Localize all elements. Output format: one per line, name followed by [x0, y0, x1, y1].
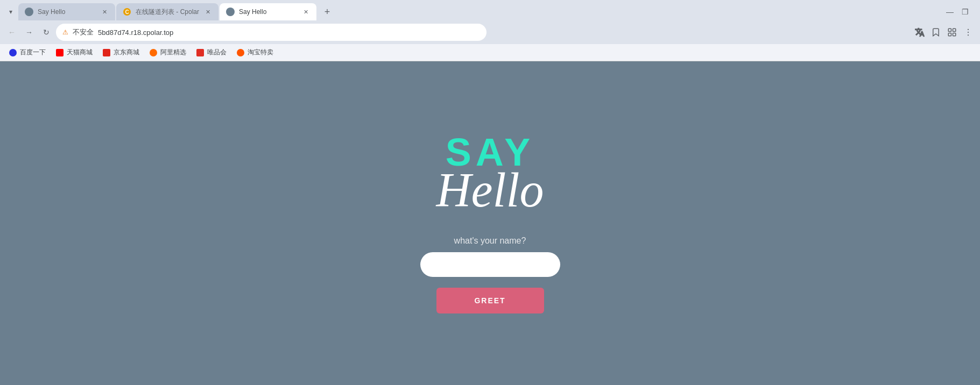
- name-input[interactable]: [420, 252, 560, 277]
- taobao-favicon: [236, 48, 245, 57]
- translate-icon[interactable]: [912, 25, 927, 40]
- toolbar-icons: [912, 25, 976, 40]
- menu-icon[interactable]: [961, 25, 976, 40]
- reload-button[interactable]: ↻: [39, 25, 54, 40]
- bookmark-baidu[interactable]: 百度一下: [4, 46, 50, 59]
- hello-text: Hello: [436, 166, 544, 215]
- new-tab-button[interactable]: +: [320, 4, 335, 19]
- bookmark-tmall-label: 天猫商城: [67, 48, 93, 57]
- bookmark-vip[interactable]: 唯品会: [192, 46, 231, 59]
- tab-1-favicon: [25, 8, 33, 16]
- svg-rect-4: [948, 33, 951, 36]
- jd-favicon: [102, 48, 111, 57]
- url-text: 5bd87d74.r18.cpolar.top: [98, 28, 173, 37]
- security-icon: ⚠: [62, 28, 68, 36]
- tab-3-favicon: [226, 8, 235, 16]
- bookmark-ali[interactable]: 阿里精选: [145, 46, 191, 59]
- forward-button[interactable]: →: [22, 25, 37, 40]
- vip-favicon: [196, 48, 205, 57]
- svg-point-8: [968, 34, 969, 35]
- restore-button[interactable]: ❐: [958, 5, 971, 18]
- bookmark-taobao-label: 淘宝特卖: [248, 48, 273, 57]
- minimize-button[interactable]: —: [943, 5, 956, 18]
- svg-point-7: [968, 32, 969, 33]
- bookmarks-bar: 百度一下 天猫商城 京东商城 阿里精选 唯品会 淘宝特卖: [0, 44, 980, 61]
- page-content: SAY Hello what's your name? GREET: [0, 61, 980, 385]
- say-hello-container: SAY Hello what's your name? GREET: [420, 133, 560, 313]
- tab-dropdown-btn[interactable]: ▾: [4, 5, 17, 18]
- greet-button[interactable]: GREET: [436, 288, 544, 313]
- tab-3-title: Say Hello: [239, 8, 297, 16]
- tab-3[interactable]: Say Hello ✕: [220, 3, 316, 20]
- tab-bar: ▾ Say Hello ✕ C 在线隧道列表 - Cpolar ✕ Say He…: [0, 0, 980, 20]
- tab-2-close[interactable]: ✕: [203, 8, 212, 16]
- svg-rect-2: [948, 28, 951, 31]
- tab-1-close[interactable]: ✕: [100, 8, 109, 16]
- tab-2-title: 在线隧道列表 - Cpolar: [136, 8, 199, 17]
- bookmark-taobao[interactable]: 淘宝特卖: [232, 46, 278, 59]
- tab-2[interactable]: C 在线隧道列表 - Cpolar ✕: [116, 3, 218, 20]
- bookmark-baidu-label: 百度一下: [20, 48, 46, 57]
- bookmark-tmall[interactable]: 天猫商城: [51, 46, 97, 59]
- svg-point-6: [968, 29, 969, 30]
- ali-favicon: [149, 48, 158, 57]
- baidu-favicon: [9, 48, 17, 57]
- tab-1-title: Say Hello: [38, 8, 96, 16]
- bookmark-vip-label: 唯品会: [207, 48, 227, 57]
- browser-chrome: ▾ Say Hello ✕ C 在线隧道列表 - Cpolar ✕ Say He…: [0, 0, 980, 61]
- tab-3-close[interactable]: ✕: [301, 8, 310, 16]
- svg-rect-5: [953, 33, 956, 36]
- extensions-icon[interactable]: [944, 25, 960, 40]
- bookmark-ali-label: 阿里精选: [160, 48, 186, 57]
- svg-text:C: C: [125, 9, 129, 15]
- security-label: 不安全: [73, 27, 94, 37]
- bookmark-jd-label: 京东商城: [114, 48, 139, 57]
- bookmark-icon[interactable]: [928, 25, 943, 40]
- name-prompt: what's your name?: [454, 236, 526, 246]
- address-bar-row: ← → ↻ ⚠ 不安全 5bd87d74.r18.cpolar.top: [0, 20, 980, 44]
- bookmark-jd[interactable]: 京东商城: [98, 46, 144, 59]
- window-controls: — ❐: [943, 5, 976, 18]
- tab-1[interactable]: Say Hello ✕: [18, 3, 115, 20]
- address-bar[interactable]: ⚠ 不安全 5bd87d74.r18.cpolar.top: [56, 24, 487, 41]
- back-button[interactable]: ←: [4, 25, 19, 40]
- svg-rect-3: [953, 28, 956, 31]
- tab-2-favicon: C: [123, 8, 131, 16]
- tmall-favicon: [55, 48, 64, 57]
